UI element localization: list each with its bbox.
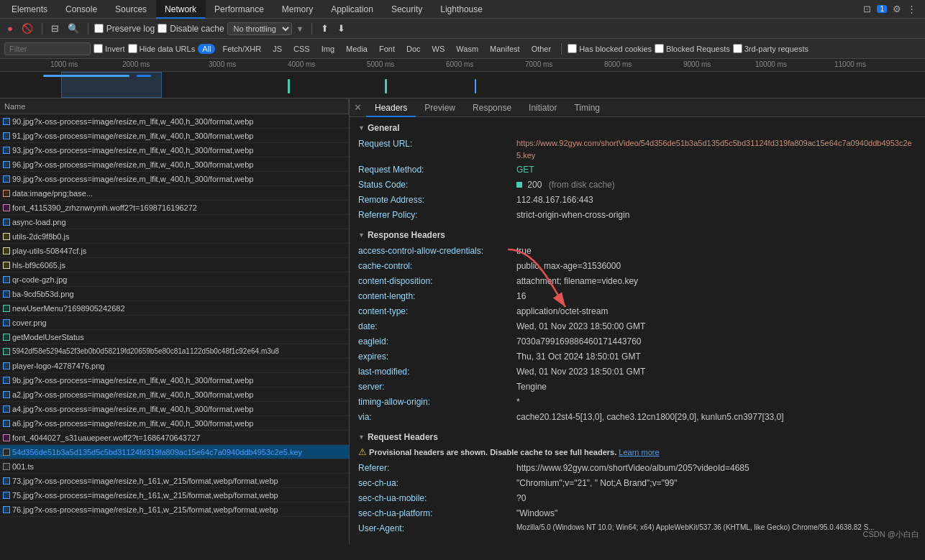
chip-other[interactable]: Other (527, 44, 556, 54)
reqh-row-0: Referer https://www.92gyw.com/shortVideo… (358, 462, 916, 474)
settings-icon[interactable]: ⚙ (893, 4, 901, 14)
export-button[interactable]: ⬇ (334, 22, 348, 35)
list-item[interactable]: 001.ts (0, 459, 349, 474)
hide-data-urls-label[interactable]: Hide data URLs (128, 44, 196, 53)
list-item[interactable]: data:image/png;base... (0, 186, 349, 201)
chip-manifest[interactable]: Manifest (486, 44, 524, 54)
tab-preview[interactable]: Preview (416, 98, 464, 117)
timeline-bar-4 (475, 79, 476, 93)
chip-media[interactable]: Media (342, 44, 372, 54)
list-item[interactable]: font_4044027_s31uauepeer.woff2?t=1686470… (0, 431, 349, 445)
general-title[interactable]: General (358, 123, 916, 133)
list-item[interactable]: 96.jpg?x-oss-process=image/resize,m_lfit… (0, 157, 349, 172)
tab-security[interactable]: Security (383, 0, 432, 19)
blocked-requests-label[interactable]: Blocked Requests (655, 44, 730, 53)
list-item[interactable]: hls-bf9c6065.js (0, 258, 349, 272)
record-button[interactable]: ● (4, 22, 16, 35)
referrer-row: Referrer Policy strict-origin-when-cross… (358, 208, 916, 221)
preserve-log-label[interactable]: Preserve log (94, 24, 155, 34)
chip-font[interactable]: Font (375, 44, 399, 54)
invert-checkbox[interactable] (94, 44, 103, 53)
list-item[interactable]: font_4115390_zrhznwrymh.woff2?t=16987161… (0, 201, 349, 215)
throttle-select[interactable]: No throttling (227, 22, 292, 35)
third-party-checkbox[interactable] (733, 44, 742, 53)
chip-ws[interactable]: WS (428, 44, 450, 54)
status-val: 200 (from disk cache) (516, 178, 615, 191)
device-icon[interactable]: ⊡ (863, 4, 871, 14)
list-item[interactable]: 73.jpg?x-oss-process=image/resize,h_161,… (0, 474, 349, 488)
list-item[interactable]: newUserMenu?1698905242682 (0, 301, 349, 316)
chip-all[interactable]: All (198, 44, 215, 54)
tab-timing[interactable]: Timing (565, 98, 609, 117)
hide-data-urls-checkbox[interactable] (128, 44, 137, 53)
img-icon (3, 377, 10, 384)
tab-network[interactable]: Network (156, 0, 206, 19)
chip-doc[interactable]: Doc (402, 44, 425, 54)
list-item[interactable]: 93.jpg?x-oss-process=image/resize,m_lfit… (0, 143, 349, 157)
chip-js[interactable]: JS (268, 44, 286, 54)
list-item[interactable]: 99.jpg?x-oss-process=image/resize,m_lfit… (0, 172, 349, 186)
chip-css[interactable]: CSS (289, 44, 314, 54)
detail-close-x[interactable]: ✕ (350, 102, 366, 113)
list-item[interactable]: async-load.png (0, 215, 349, 229)
list-item[interactable]: player-logo-42787476.png (0, 359, 349, 373)
list-item[interactable]: 5942df58e5294a52f3eb0b0d58219fd20659b5e8… (0, 344, 349, 359)
tab-memory[interactable]: Memory (273, 0, 322, 19)
list-item[interactable]: cover.png (0, 316, 349, 330)
filter-toggle-button[interactable]: ⊟ (48, 22, 62, 35)
reqh-row-2: sec-ch-ua-mobile ?0 (358, 492, 916, 505)
chip-wasm[interactable]: Wasm (452, 44, 483, 54)
response-headers-title[interactable]: Response Headers (358, 230, 916, 240)
list-item[interactable]: a6.jpg?x-oss-process=image/resize,m_lfit… (0, 416, 349, 431)
list-item[interactable]: a2.jpg?x-oss-process=image/resize,m_lfit… (0, 387, 349, 402)
detail-tabs: ✕ Headers Preview Response Initiator Tim… (350, 98, 925, 117)
timeline-selection[interactable] (61, 72, 162, 98)
clear-button[interactable]: 🚫 (19, 22, 36, 35)
filter-input[interactable] (4, 42, 91, 55)
disable-cache-checkbox[interactable] (158, 24, 167, 33)
chip-fetch-xhr[interactable]: Fetch/XHR (218, 44, 265, 54)
invert-label[interactable]: Invert (94, 44, 125, 53)
detail-content[interactable]: General Request URL https://www.92gyw.co… (350, 117, 925, 544)
tab-lighthouse[interactable]: Lighthouse (432, 0, 492, 19)
tab-sources[interactable]: Sources (106, 0, 156, 19)
list-item[interactable]: 90.jpg?x-oss-process=image/resize,m_lfit… (0, 114, 349, 129)
separator-2 (88, 23, 88, 35)
list-items[interactable]: 90.jpg?x-oss-process=image/resize,m_lfit… (0, 114, 349, 544)
import-button[interactable]: ⬆ (318, 22, 332, 35)
tab-application[interactable]: Application (322, 0, 383, 19)
preserve-log-checkbox[interactable] (94, 24, 104, 33)
search-button[interactable]: 🔍 (65, 22, 82, 35)
network-list: Name 90.jpg?x-oss-process=image/resize,m… (0, 98, 350, 544)
request-headers-title[interactable]: Request Headers (358, 432, 916, 442)
list-item[interactable]: 75.jpg?x-oss-process=image/resize,h_161,… (0, 488, 349, 502)
list-item[interactable]: getModelUserStatus (0, 330, 349, 344)
reqh-row-4: User-Agent Mozilla/5.0 (Windows NT 10.0;… (358, 522, 916, 535)
tab-elements[interactable]: Elements (3, 0, 57, 19)
blocked-requests-checkbox[interactable] (655, 44, 664, 53)
rh-row-1: cache-control public, max-age=31536000 (358, 260, 916, 272)
tab-initiator[interactable]: Initiator (520, 98, 565, 117)
has-blocked-label[interactable]: Has blocked cookies (568, 44, 652, 53)
chip-img[interactable]: Img (317, 44, 339, 54)
tab-headers[interactable]: Headers (366, 98, 416, 117)
list-item[interactable]: play-utils-508447cf.js (0, 244, 349, 258)
timeline-bars (0, 72, 925, 98)
tab-console[interactable]: Console (57, 0, 106, 19)
learn-more-link[interactable]: Learn more (619, 448, 659, 456)
disable-cache-label[interactable]: Disable cache (158, 24, 224, 34)
tab-response[interactable]: Response (464, 98, 520, 117)
list-item[interactable]: 76.jpg?x-oss-process=image/resize,h_161,… (0, 502, 349, 517)
tab-performance[interactable]: Performance (206, 0, 273, 19)
more-icon[interactable]: ⋮ (907, 4, 916, 14)
list-item[interactable]: ba-9cd5b53d.png (0, 287, 349, 301)
list-item[interactable]: qr-code-gzh.jpg (0, 272, 349, 287)
list-item-selected[interactable]: 54d356de51b3a5d135d5c5bd31124fd319fa809a… (0, 445, 349, 459)
list-item[interactable]: 9b.jpg?x-oss-process=image/resize,m_lfit… (0, 373, 349, 387)
list-item[interactable]: a4.jpg?x-oss-process=image/resize,m_lfit… (0, 402, 349, 416)
timeline[interactable]: 1000 ms 2000 ms 3000 ms 4000 ms 5000 ms … (0, 59, 925, 98)
list-item[interactable]: 91.jpg?x-oss-process=image/resize,m_lfit… (0, 129, 349, 143)
third-party-label[interactable]: 3rd-party requests (733, 44, 808, 53)
list-item[interactable]: utils-2dc9f8b0.js (0, 229, 349, 244)
has-blocked-checkbox[interactable] (568, 44, 577, 53)
